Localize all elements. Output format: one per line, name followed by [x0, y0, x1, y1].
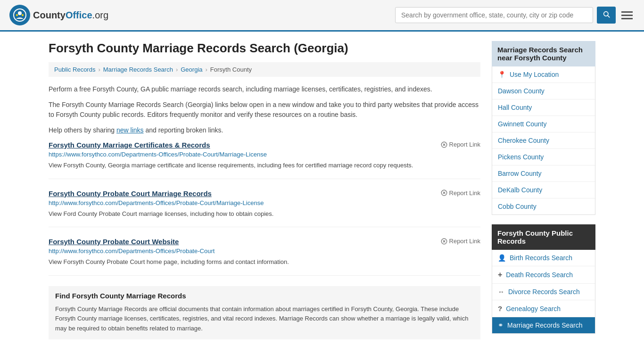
search-area [395, 7, 635, 24]
sidebar-item-cobb[interactable]: Cobb County [492, 198, 595, 214]
report-link-3[interactable]: Report Link [441, 238, 480, 245]
find-section-text: Forsyth County Marriage Records are offi… [55, 304, 474, 334]
breadcrumb-sep-1: › [98, 66, 100, 73]
marriage-records-icon: ⚭ [498, 321, 504, 329]
use-my-location-link[interactable]: Use My Location [510, 71, 559, 78]
sidebar-item-cherokee[interactable]: Cherokee County [492, 132, 595, 149]
sidebar-public-records-section: Forsyth County Public Records 👤 Birth Re… [492, 224, 595, 334]
sidebar-item-birth-records[interactable]: 👤 Birth Records Search [492, 250, 595, 266]
genealogy-icon: ? [498, 304, 502, 313]
find-section-title: Find Forsyth County Marriage Records [55, 292, 474, 300]
result-item: Forsyth County Probate Court Marriage Re… [49, 189, 480, 228]
breadcrumb-georgia[interactable]: Georgia [181, 66, 202, 73]
sidebar-item-gwinnett[interactable]: Gwinnett County [492, 116, 595, 132]
svg-line-5 [608, 16, 610, 17]
new-links-link[interactable]: new links [116, 126, 144, 134]
description-1: Perform a free Forsyth County, GA public… [49, 84, 480, 94]
find-section: Find Forsyth County Marriage Records For… [49, 286, 480, 339]
result-item: Forsyth County Probate Court Website Rep… [49, 238, 480, 276]
sidebar-item-pickens[interactable]: Pickens County [492, 149, 595, 165]
result-title-1[interactable]: Forsyth County Marriage Certificates & R… [49, 141, 210, 149]
result-desc-1: View Forsyth County, Georgia marriage ce… [49, 161, 480, 170]
result-title-3[interactable]: Forsyth County Probate Court Website [49, 238, 179, 246]
sidebar-item-marriage-records[interactable]: ⚭ Marriage Records Search [492, 317, 595, 333]
sidebar-use-my-location[interactable]: 📍 Use My Location [492, 66, 595, 83]
death-records-icon: + [498, 271, 502, 279]
result-url-2: http://www.forsythco.com/Departments-Off… [49, 199, 480, 206]
sidebar-item-hall[interactable]: Hall County [492, 99, 595, 116]
logo-text: CountyOffice.org [33, 10, 108, 21]
sidebar-nearby-list: 📍 Use My Location Dawson County Hall Cou… [492, 66, 595, 215]
search-input[interactable] [395, 7, 593, 23]
sidebar-item-genealogy[interactable]: ? Genealogy Search [492, 300, 595, 317]
breadcrumb: Public Records › Marriage Records Search… [49, 62, 480, 77]
divorce-records-icon: ↔ [498, 288, 504, 296]
sidebar-nearby-section: Marriage Records Search near Forsyth Cou… [492, 41, 595, 215]
sidebar-item-divorce-records[interactable]: ↔ Divorce Records Search [492, 284, 595, 300]
main-content: Forsyth County Marriage Records Search (… [49, 41, 480, 343]
sidebar-public-list: 👤 Birth Records Search + Death Records S… [492, 250, 595, 334]
logo-area: CountyOffice.org [9, 5, 108, 25]
svg-point-3 [22, 14, 24, 16]
result-title-2[interactable]: Forsyth County Probate Court Marriage Re… [49, 189, 212, 197]
breadcrumb-sep-3: › [206, 66, 207, 73]
sidebar-item-dawson[interactable]: Dawson County [492, 83, 595, 99]
report-link-2[interactable]: Report Link [441, 189, 480, 197]
header: CountyOffice.org [0, 0, 644, 32]
sidebar-public-records-header: Forsyth County Public Records [492, 224, 595, 250]
breadcrumb-marriage-records[interactable]: Marriage Records Search [103, 66, 173, 73]
result-item: Forsyth County Marriage Certificates & R… [49, 141, 480, 179]
sidebar-item-dekalb[interactable]: DeKalb County [492, 182, 595, 198]
main-layout: Forsyth County Marriage Records Search (… [39, 32, 605, 353]
sidebar: Marriage Records Search near Forsyth Cou… [492, 41, 595, 343]
breadcrumb-current: Forsyth County [210, 66, 252, 73]
result-desc-3: View Forsyth County Probate Court home p… [49, 257, 480, 267]
description-3: Help others by sharing new links and rep… [49, 125, 480, 135]
breadcrumb-public-records[interactable]: Public Records [54, 66, 95, 73]
result-desc-2: View Ford County Probate Court marriage … [49, 209, 480, 219]
sidebar-item-death-records[interactable]: + Death Records Search [492, 266, 595, 284]
birth-records-icon: 👤 [498, 254, 506, 262]
description-2: The Forsyth County Marriage Records Sear… [49, 100, 480, 120]
menu-button[interactable] [619, 9, 635, 21]
sidebar-item-barrow[interactable]: Barrow County [492, 165, 595, 182]
search-button[interactable] [597, 7, 616, 24]
svg-point-2 [16, 14, 18, 16]
location-pin-icon: 📍 [498, 71, 506, 78]
breadcrumb-sep-2: › [176, 66, 178, 73]
sidebar-nearby-header: Marriage Records Search near Forsyth Cou… [492, 41, 595, 66]
result-url-1: https://www.forsythco.com/Departments-Of… [49, 151, 480, 158]
logo-icon [9, 5, 30, 25]
report-link-1[interactable]: Report Link [441, 141, 480, 148]
svg-point-1 [18, 11, 22, 15]
result-url-3: http://www.forsythco.com/Departments-Off… [49, 247, 480, 255]
page-title: Forsyth County Marriage Records Search (… [49, 41, 480, 56]
